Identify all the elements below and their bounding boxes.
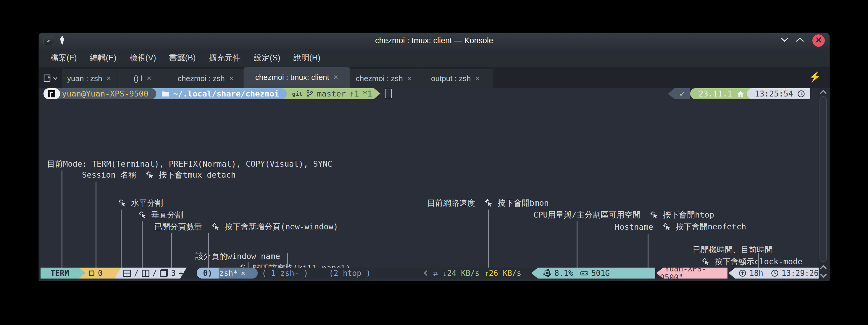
- tmux-system-segment[interactable]: 8.1% 501G: [531, 268, 655, 278]
- tmux-hostname-segment[interactable]: "Yuan-XPS-9500": [656, 268, 727, 278]
- tmux-window2[interactable]: (2 htop ): [329, 268, 371, 278]
- tabs-stack-icon[interactable]: [160, 269, 168, 277]
- annotation-uptime: 已開機時間、目前時間: [693, 244, 773, 255]
- menu-settings[interactable]: 設定(S): [248, 50, 286, 65]
- new-tab-button[interactable]: [39, 69, 62, 88]
- leader-line: [142, 221, 143, 268]
- leader-line: [287, 254, 288, 268]
- tab-chezmoi-tmux-client[interactable]: chezmoi : tmux: client ×: [244, 67, 350, 88]
- tmux-window0[interactable]: zsh* ×: [219, 268, 258, 278]
- new-window-icon[interactable]: +: [179, 269, 183, 278]
- annotation-hsplit: 水平分割: [118, 198, 163, 208]
- powerline-arrow: [79, 268, 86, 278]
- git-label: git: [292, 90, 303, 97]
- close-tab-icon[interactable]: ×: [475, 74, 480, 83]
- tmux-pane-controls: / / 3 +: [115, 268, 187, 278]
- mouse-click-icon: [118, 199, 127, 207]
- leader-line: [62, 171, 62, 268]
- clock-value: 13:29:26: [782, 269, 818, 278]
- tmux-window1[interactable]: ( 1 zsh- ): [262, 268, 308, 278]
- right-prompt: ✔ 23.11.1 13:25:54: [668, 88, 810, 99]
- terminal-area[interactable]: yuan@Yuan-XPS-9500 ~/.local/share/chezmo…: [39, 88, 818, 268]
- menu-help[interactable]: 說明(H): [287, 50, 326, 65]
- tmux-mode-segment: TERM: [40, 268, 79, 278]
- session-square-icon: [89, 270, 94, 276]
- scrollbar-thumb[interactable]: [819, 96, 827, 262]
- leader-line: [208, 234, 209, 268]
- annotation-mode: 目前Mode: TERM(Terminal), PREFIX(Normal), …: [47, 159, 332, 169]
- menu-bookmarks[interactable]: 書籤(B): [163, 50, 202, 65]
- disk-icon: [580, 269, 588, 277]
- prompt-version: 23.11.1: [690, 88, 753, 99]
- git-modified: *1: [363, 89, 372, 98]
- clock-icon: [797, 90, 805, 98]
- exit-status-ok: ✔: [668, 88, 690, 99]
- cpu-chip-icon: [543, 269, 552, 277]
- tmux-clock-segment[interactable]: 1d 18h 36m 13:29:26: [728, 268, 818, 278]
- git-branch: master: [317, 89, 346, 98]
- annotation-network: 目前網路速度 按下會開bmon: [427, 198, 549, 208]
- chevron-left-icon: [424, 270, 429, 275]
- menu-plugins[interactable]: 擴充元件: [203, 50, 246, 65]
- vertical-split-icon[interactable]: [142, 270, 149, 277]
- menu-file[interactable]: 檔案(F): [45, 50, 83, 65]
- close-window-icon[interactable]: ×: [241, 269, 246, 278]
- menu-edit[interactable]: 編輯(E): [84, 50, 122, 65]
- lightning-icon[interactable]: ⚡: [809, 71, 821, 83]
- tab-chezmoi-zsh-1[interactable]: chezmoi : zsh ×: [168, 69, 244, 88]
- scroll-up-icon[interactable]: [819, 89, 828, 95]
- titlebar: > chezmoi : tmux: client — Konsole ✕: [39, 33, 830, 48]
- cpu-usage: 8.1%: [554, 269, 573, 278]
- annotation-tab-count: 已開分頁數量 按下會新增分頁(new-window): [154, 221, 338, 232]
- prompt-user-host: yuan@Yuan-XPS-9500: [55, 88, 156, 99]
- mouse-click-icon: [702, 257, 710, 266]
- mouse-click-icon: [650, 210, 659, 219]
- close-tab-icon[interactable]: ×: [106, 74, 111, 83]
- close-tab-icon[interactable]: ×: [229, 74, 234, 83]
- annotation-cpu: CPU用量與/主分割區可用空間 按下會開htop: [533, 210, 714, 220]
- menu-view[interactable]: 檢視(V): [123, 50, 162, 65]
- konsole-window: > chezmoi : tmux: client — Konsole ✕ 檔案(…: [38, 33, 830, 281]
- uptime-icon: [739, 269, 746, 277]
- tmux-network-segment[interactable]: ⇄ ↓24 KB/s ↑26 KB/s: [425, 268, 521, 278]
- annotation-hostname: Hostname 按下會開neofetch: [615, 221, 746, 232]
- leader-line: [96, 182, 96, 268]
- maximize-button[interactable]: [794, 35, 806, 47]
- tab-output-zsh[interactable]: output : zsh ×: [418, 69, 493, 88]
- home-icon: [737, 90, 744, 97]
- prompt-cwd: ~/.local/share/chezmoi: [151, 88, 287, 99]
- scroll-up-icon[interactable]: [819, 264, 828, 270]
- close-tab-icon[interactable]: ×: [407, 74, 412, 83]
- scrollbar[interactable]: [818, 88, 829, 281]
- window-title: chezmoi : tmux: client — Konsole: [39, 33, 830, 48]
- tab-yuan-zsh[interactable]: yuan : zsh ×: [62, 69, 117, 88]
- tmux-statusbar: TERM 0 / / 3 + 0) zsh* × ( 1 zsh- ) (2 h…: [39, 268, 818, 278]
- powerline-arrow: [374, 88, 380, 99]
- folder-icon: [161, 90, 169, 97]
- shell-prompt: yuan@Yuan-XPS-9500 ~/.local/share/chezmo…: [43, 88, 380, 99]
- git-ahead: ↑1: [349, 89, 359, 98]
- scroll-down-icon[interactable]: [819, 273, 828, 278]
- tab-chezmoi-zsh-2[interactable]: chezmoi : zsh ×: [350, 69, 418, 88]
- network-down: ↓24 KB/s: [442, 269, 479, 278]
- mouse-click-icon: [146, 171, 155, 179]
- disk-free: 501G: [591, 269, 610, 278]
- tmux-window0-index[interactable]: 0): [197, 268, 219, 278]
- tab-untitled[interactable]: () l ×: [117, 69, 168, 88]
- network-arrows-icon: ⇄: [433, 269, 438, 278]
- close-tab-icon[interactable]: ×: [333, 72, 338, 82]
- horizontal-split-icon[interactable]: [123, 270, 131, 277]
- git-branch-icon: [306, 90, 313, 98]
- clock-icon: [771, 269, 779, 277]
- close-button[interactable]: ✕: [812, 34, 825, 47]
- leader-line: [121, 210, 122, 268]
- close-tab-icon[interactable]: ×: [147, 74, 151, 83]
- prompt-git-segment: git master ↑1 *1: [281, 88, 374, 99]
- pane-count: 3: [171, 269, 176, 278]
- menubar: 檔案(F) 編輯(E) 檢視(V) 書籤(B) 擴充元件 設定(S) 說明(H): [39, 49, 830, 67]
- mouse-click-icon: [212, 222, 220, 231]
- mouse-click-icon: [485, 199, 493, 207]
- leader-line: [488, 210, 489, 268]
- prompt-time: 13:25:54: [747, 88, 810, 99]
- minimize-button[interactable]: [778, 35, 791, 47]
